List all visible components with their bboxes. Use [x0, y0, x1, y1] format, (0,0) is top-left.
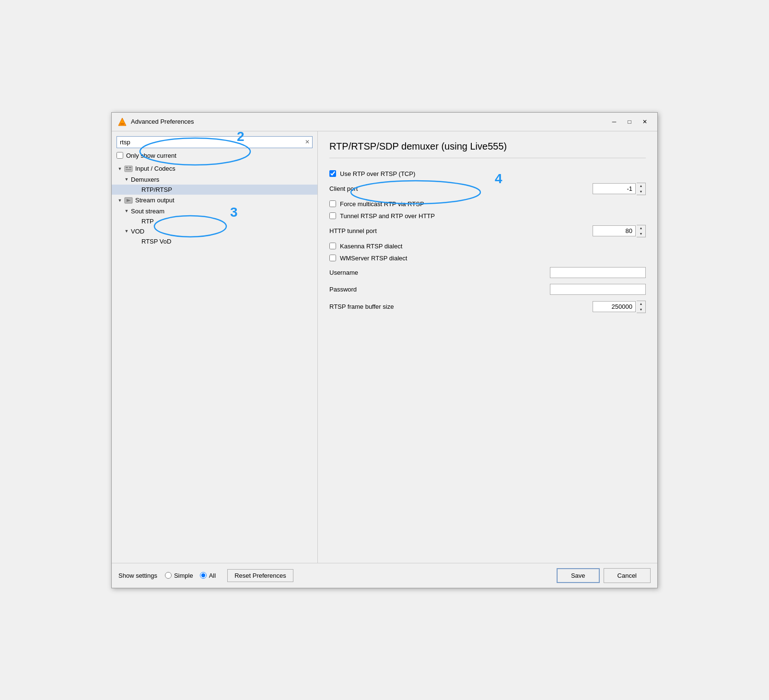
rtsp-buffer-input[interactable]	[593, 301, 636, 312]
client-port-input[interactable]	[593, 183, 636, 194]
tree-item-sout-stream[interactable]: Sout stream	[112, 206, 317, 216]
bottom-bar: Show settings Simple All Reset Preferenc…	[112, 563, 657, 588]
main-window: Advanced Preferences ─ □ ✕ ✕	[111, 112, 658, 588]
only-current-label[interactable]: Only show current	[126, 152, 176, 159]
vod-label: VOD	[131, 228, 144, 235]
search-clear-button[interactable]: ✕	[304, 138, 311, 146]
rtp-label: RTP	[141, 218, 154, 225]
save-button[interactable]: Save	[557, 568, 600, 583]
tree-item-stream-output[interactable]: Stream output	[112, 195, 317, 206]
tree-area: Input / Codecs Demuxers RTP/RTSP	[112, 163, 317, 563]
tunnel-rtsp-label[interactable]: Tunnel RTSP and RTP over HTTP	[340, 212, 435, 220]
window-title: Advanced Preferences	[131, 118, 194, 125]
wmserver-rtsp-label[interactable]: WMServer RTSP dialect	[340, 255, 407, 262]
setting-use-rtp-over-rtsp: Use RTP over RTSP (TCP)	[329, 168, 646, 180]
setting-username: Username	[329, 264, 646, 281]
search-row: ✕	[112, 136, 317, 152]
setting-rtsp-buffer: RTSP frame buffer size ▲ ▼	[329, 298, 646, 316]
client-port-control: ▲ ▼	[593, 183, 646, 195]
username-label: Username	[329, 269, 550, 276]
rtsp-buffer-spinbtns: ▲ ▼	[637, 301, 646, 313]
tree-item-rtp[interactable]: RTP	[112, 216, 317, 226]
radio-all[interactable]: All	[200, 572, 216, 579]
panel-title: RTP/RTSP/SDP demuxer (using Live555)	[329, 141, 646, 158]
rtsp-buffer-control: ▲ ▼	[593, 301, 646, 313]
username-control	[550, 267, 646, 278]
only-current-checkbox[interactable]	[117, 152, 123, 159]
client-port-down[interactable]: ▼	[637, 189, 645, 195]
maximize-button[interactable]: □	[623, 117, 636, 127]
use-rtp-tcp-label[interactable]: Use RTP over RTSP (TCP)	[340, 170, 415, 177]
arrow-demuxers	[123, 176, 130, 183]
client-port-spinbtns: ▲ ▼	[637, 183, 646, 195]
kasenna-rtsp-label[interactable]: Kasenna RTSP dialect	[340, 243, 402, 250]
kasenna-rtsp-checkbox[interactable]	[329, 243, 336, 249]
bottom-right-buttons: Save Cancel	[557, 568, 651, 583]
setting-kasenna-rtsp: Kasenna RTSP dialect	[329, 240, 646, 252]
setting-password: Password	[329, 281, 646, 298]
tunnel-rtsp-checkbox[interactable]	[329, 212, 336, 219]
tree-item-rtp-rtsp[interactable]: RTP/RTSP	[112, 185, 317, 195]
password-control	[550, 284, 646, 295]
close-button[interactable]: ✕	[638, 117, 652, 127]
client-port-label: Client port	[329, 185, 593, 192]
svg-rect-4	[129, 167, 131, 168]
client-port-up[interactable]: ▲	[637, 183, 645, 189]
search-input[interactable]	[117, 136, 313, 148]
wmserver-rtsp-checkbox[interactable]	[329, 255, 336, 261]
tree-item-input-codecs[interactable]: Input / Codecs	[112, 163, 317, 175]
arrow-rtsp-vod	[134, 238, 140, 245]
arrow-input-codecs	[117, 165, 123, 172]
title-bar-buttons: ─ □ ✕	[607, 117, 652, 127]
password-label: Password	[329, 286, 550, 293]
http-tunnel-port-input[interactable]	[593, 225, 636, 236]
reset-preferences-button[interactable]: Reset Preferences	[227, 569, 293, 582]
window-wrapper: Advanced Preferences ─ □ ✕ ✕	[111, 112, 658, 588]
http-tunnel-port-spinbtns: ▲ ▼	[637, 225, 646, 237]
right-panel: RTP/RTSP/SDP demuxer (using Live555) Use…	[318, 131, 657, 563]
input-codecs-label: Input / Codecs	[135, 165, 175, 172]
minimize-button[interactable]: ─	[607, 117, 621, 127]
svg-rect-2	[125, 166, 132, 172]
setting-force-multicast: Force multicast RTP via RTSP	[329, 198, 646, 210]
http-tunnel-port-label: HTTP tunnel port	[329, 227, 593, 234]
stream-output-icon	[124, 196, 133, 205]
title-bar: Advanced Preferences ─ □ ✕	[112, 113, 657, 131]
svg-rect-3	[126, 167, 128, 168]
rtsp-buffer-up[interactable]: ▲	[637, 301, 645, 307]
arrow-rtp	[134, 218, 140, 224]
radio-all-input[interactable]	[200, 572, 207, 579]
radio-simple-label: Simple	[174, 572, 193, 579]
radio-simple[interactable]: Simple	[165, 572, 193, 579]
arrow-rtp-rtsp	[134, 186, 140, 193]
tree-item-vod[interactable]: VOD	[112, 226, 317, 236]
svg-rect-5	[126, 169, 131, 170]
arrow-vod	[123, 228, 130, 234]
input-codecs-icon	[124, 164, 133, 173]
username-input[interactable]	[550, 267, 646, 278]
force-multicast-label[interactable]: Force multicast RTP via RTSP	[340, 200, 424, 208]
sout-stream-label: Sout stream	[131, 208, 164, 215]
rtp-rtsp-label: RTP/RTSP	[141, 186, 172, 193]
rtsp-buffer-down[interactable]: ▼	[637, 307, 645, 313]
radio-group-show-settings: Simple All	[165, 572, 216, 579]
radio-simple-input[interactable]	[165, 572, 172, 579]
setting-wmserver-rtsp: WMServer RTSP dialect	[329, 252, 646, 264]
cancel-button[interactable]: Cancel	[604, 568, 651, 583]
arrow-sout-stream	[123, 208, 130, 214]
rtsp-vod-label: RTSP VoD	[141, 238, 171, 245]
password-input[interactable]	[550, 284, 646, 295]
http-tunnel-port-up[interactable]: ▲	[637, 225, 645, 231]
tree-item-rtsp-vod[interactable]: RTSP VoD	[112, 236, 317, 246]
tree-item-demuxers[interactable]: Demuxers	[112, 175, 317, 185]
http-tunnel-port-down[interactable]: ▼	[637, 231, 645, 237]
demuxers-label: Demuxers	[131, 176, 159, 183]
setting-tunnel-rtsp: Tunnel RTSP and RTP over HTTP	[329, 210, 646, 222]
use-rtp-tcp-checkbox[interactable]	[329, 170, 336, 177]
settings-grid: Use RTP over RTSP (TCP) Client port ▲ ▼	[329, 168, 646, 316]
force-multicast-checkbox[interactable]	[329, 200, 336, 207]
arrow-stream-output	[117, 197, 123, 204]
left-panel: ✕ Only show current	[112, 131, 318, 563]
search-input-wrapper: ✕	[117, 136, 313, 148]
radio-all-label: All	[209, 572, 216, 579]
